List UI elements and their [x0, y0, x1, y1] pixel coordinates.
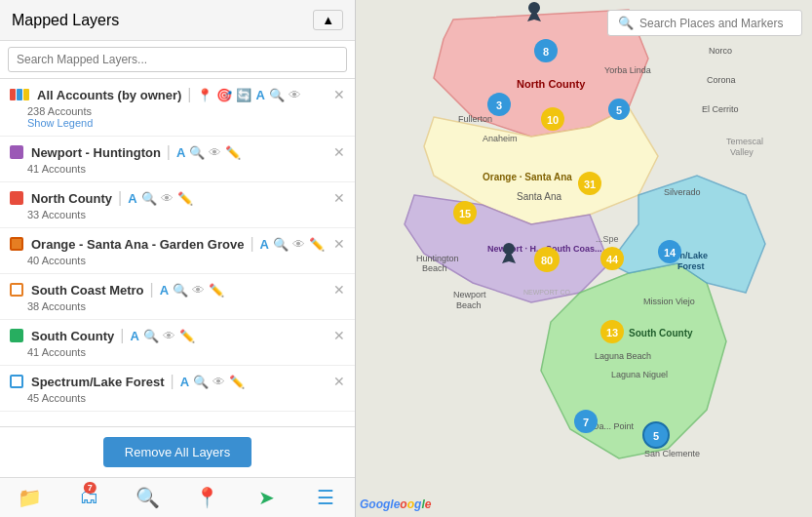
newport-huntington-icon	[10, 145, 23, 159]
label-lake-forest2: Forest	[677, 261, 705, 271]
cluster-7-label: 7	[583, 417, 589, 428]
newport-huntington-title: Newport - Huntington	[31, 145, 161, 160]
nav-search[interactable]: 🔍	[118, 478, 177, 517]
tool-pencil-north[interactable]: ✏️	[177, 191, 193, 206]
remove-all-container: Remove All Layers	[0, 426, 355, 477]
tool-search-orange[interactable]: 🔍	[273, 237, 289, 252]
remove-all-button[interactable]: Remove All Layers	[103, 437, 251, 467]
south-coast-icon	[10, 283, 23, 297]
list-icon: ☰	[317, 487, 334, 508]
all-accounts-count: 238 Accounts	[27, 105, 92, 117]
tool-search-south-county[interactable]: 🔍	[143, 329, 159, 343]
layer-close-south-county[interactable]: ✕	[333, 328, 345, 343]
map-search-bar[interactable]: 🔍	[607, 10, 802, 36]
label-laguna-beach: Laguna Beach	[595, 351, 651, 361]
sidebar-search-container	[0, 41, 355, 79]
layer-item-north-county: North County | A 🔍 👁 ✏️ ✕ 33 Accounts	[0, 182, 355, 228]
tool-eye-icon[interactable]: 👁	[289, 88, 301, 102]
label-temescal2: Valley	[730, 147, 754, 157]
layer-item-orange-santa-ana: Orange - Santa Ana - Garden Grove | A 🔍 …	[0, 228, 355, 274]
nav-directions[interactable]: ➤	[237, 478, 296, 517]
tool-search-spectrum[interactable]: 🔍	[193, 375, 209, 389]
label-fullerton: Fullerton	[458, 114, 492, 124]
newport-huntington-count: 41 Accounts	[10, 163, 345, 175]
tool-pencil-south-coast[interactable]: ✏️	[209, 283, 224, 298]
nav-folder[interactable]: 📁	[0, 478, 59, 517]
sidebar-title: Mapped Layers	[12, 12, 119, 29]
label-dana-point: Da... Point	[593, 421, 635, 431]
all-accounts-show-legend[interactable]: Show Legend	[27, 117, 93, 129]
spectrum-icon	[10, 375, 23, 388]
sidebar-collapse-button[interactable]: ▲	[313, 10, 343, 30]
layer-close-south-coast[interactable]: ✕	[333, 282, 345, 298]
cluster-10-label: 10	[547, 114, 559, 126]
all-accounts-title: All Accounts (by owner)	[37, 88, 181, 102]
bottom-nav: 📁 🗂 7 🔍 📍 ➤ ☰	[0, 477, 355, 517]
layer-close-orange[interactable]: ✕	[333, 236, 345, 252]
label-corona: Corona	[707, 75, 736, 85]
tool-search-north[interactable]: 🔍	[141, 191, 157, 206]
cluster-31-label: 31	[584, 179, 596, 190]
nav-layers[interactable]: 🗂 7	[59, 478, 119, 517]
tool-eye[interactable]: 👁	[209, 145, 221, 160]
pin-circle-mid	[503, 243, 515, 255]
orange-santa-ana-title: Orange - Santa Ana - Garden Grove	[31, 237, 244, 252]
map-search-input[interactable]	[639, 17, 792, 30]
tool-search[interactable]: 🔍	[189, 145, 205, 160]
cluster-5a-label: 5	[616, 104, 622, 116]
north-county-title: North County	[31, 191, 112, 206]
label-norco: Norco	[709, 46, 732, 56]
nav-location[interactable]: 📍	[177, 478, 237, 517]
cluster-15-label: 15	[459, 208, 471, 219]
tool-a-spectrum[interactable]: A	[180, 375, 189, 389]
folder-icon: 📁	[18, 487, 42, 508]
tool-a-north[interactable]: A	[128, 191, 136, 206]
tool-eye-orange[interactable]: 👁	[292, 237, 305, 252]
layer-close-spectrum[interactable]: ✕	[333, 374, 345, 389]
tool-eye-south-county[interactable]: 👁	[163, 329, 175, 343]
label-irvine: ...Spe	[596, 234, 619, 244]
south-county-count: 41 Accounts	[10, 346, 345, 358]
layer-item-all-accounts: All Accounts (by owner) | 📍 🎯 🔄 A 🔍 👁 ✕ …	[0, 79, 355, 137]
location-icon: 📍	[195, 487, 219, 508]
label-lake-forest: In/Lake	[677, 251, 708, 260]
sidebar: Mapped Layers ▲ All Accounts (by owner) …	[0, 0, 356, 517]
tool-eye-spectrum[interactable]: 👁	[213, 375, 225, 389]
tool-eye-north[interactable]: 👁	[161, 191, 174, 206]
tool-pencil-spectrum[interactable]: ✏️	[229, 375, 245, 389]
layer-close-north-county[interactable]: ✕	[333, 190, 345, 206]
nav-list[interactable]: ☰	[295, 478, 355, 517]
cluster-80-label: 80	[541, 255, 553, 266]
south-county-icon	[10, 329, 23, 342]
tool-a-icon[interactable]: A	[255, 88, 264, 102]
label-temescal: Temescal	[726, 137, 763, 146]
orange-santa-ana-count: 40 Accounts	[10, 255, 345, 266]
tool-a-label[interactable]: A	[176, 145, 185, 160]
google-logo: Googleoogle	[360, 497, 431, 511]
tool-a-south-county[interactable]: A	[130, 329, 138, 343]
layer-close-all-accounts[interactable]: ✕	[333, 87, 345, 102]
label-huntington: Huntington	[416, 254, 459, 263]
tool-sync-icon[interactable]: 🔄	[236, 88, 251, 102]
tool-target-icon[interactable]: 🎯	[216, 88, 232, 102]
tool-pencil[interactable]: ✏️	[225, 145, 241, 160]
label-el-cerrito: El Cerrito	[702, 104, 739, 114]
spectrum-count: 45 Accounts	[10, 392, 345, 404]
tool-pencil-south-county[interactable]: ✏️	[179, 329, 195, 343]
tool-pencil-orange[interactable]: ✏️	[309, 237, 325, 252]
layer-close-newport[interactable]: ✕	[333, 144, 345, 160]
label-silverado: Silverado	[664, 187, 701, 197]
tool-search-icon[interactable]: 🔍	[269, 88, 285, 102]
tool-pin-icon[interactable]: 📍	[197, 88, 213, 102]
all-accounts-icon	[10, 89, 29, 100]
map-search-icon: 🔍	[618, 16, 634, 30]
tool-a-orange[interactable]: A	[260, 237, 269, 252]
layers-badge: 7	[84, 482, 97, 494]
tool-eye-south-coast[interactable]: 👁	[192, 283, 205, 298]
tool-search-south-coast[interactable]: 🔍	[173, 283, 188, 298]
map-area[interactable]: North County Fullerton Anaheim Orange · …	[356, 0, 812, 517]
map-svg: North County Fullerton Anaheim Orange · …	[356, 0, 812, 517]
tool-a-south-coast[interactable]: A	[160, 283, 169, 298]
sidebar-search-input[interactable]	[8, 47, 347, 72]
newport-co-watermark: NEWPORT CO...	[523, 289, 576, 296]
